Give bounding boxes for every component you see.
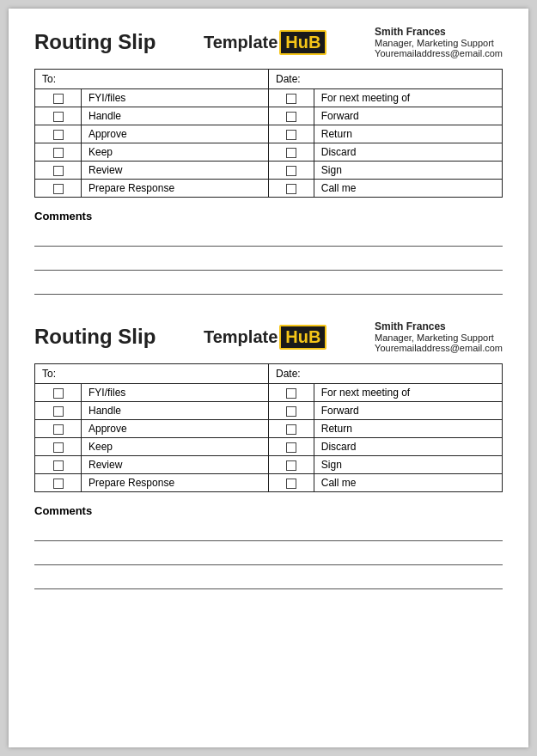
checkbox-cell[interactable] xyxy=(35,89,82,107)
checkbox-icon[interactable] xyxy=(53,442,64,453)
right-item-label: For next meeting of xyxy=(314,384,502,402)
left-item-label: Approve xyxy=(82,125,269,143)
right-item-label: Forward xyxy=(314,107,502,125)
date-header-2: Date: xyxy=(268,364,502,384)
left-item-label: Approve xyxy=(82,420,269,438)
table-row: Approve Return xyxy=(35,420,503,438)
table-row: FYI/files For next meeting of xyxy=(35,89,503,107)
left-item-label: Handle xyxy=(82,107,269,125)
checkbox-cell[interactable] xyxy=(35,420,82,438)
checkbox-icon[interactable] xyxy=(53,184,64,194)
table-row: Review Sign xyxy=(35,162,503,180)
checkbox-icon[interactable] xyxy=(286,442,296,453)
checkbox-icon[interactable] xyxy=(286,184,296,194)
contact-name-1: Smith Frances xyxy=(375,26,503,38)
contact-email-1: Youremailaddress@email.com xyxy=(375,48,503,58)
left-item-label: FYI/files xyxy=(82,384,269,402)
checkbox-icon[interactable] xyxy=(53,424,64,435)
table-row: Keep Discard xyxy=(35,143,503,162)
right-item-label: Forward xyxy=(314,402,502,420)
checkbox-cell[interactable] xyxy=(268,456,314,474)
checkbox-cell[interactable] xyxy=(268,180,314,198)
left-item-label: Prepare Response xyxy=(82,474,269,492)
checkbox-cell[interactable] xyxy=(35,125,82,143)
checkbox-cell[interactable] xyxy=(268,420,314,438)
right-item-label: For next meeting of xyxy=(314,89,502,107)
checkbox-icon[interactable] xyxy=(53,112,64,122)
logo-hub-1: HuB xyxy=(279,30,326,55)
checkbox-cell[interactable] xyxy=(268,143,314,162)
left-item-label: Review xyxy=(82,456,269,474)
checkbox-icon[interactable] xyxy=(286,94,296,104)
routing-table-2: To: Date: FYI/files For next meeting of … xyxy=(34,363,503,492)
comment-line[interactable] xyxy=(34,252,503,271)
checkbox-cell[interactable] xyxy=(35,456,82,474)
comments-section-1: Comments xyxy=(34,210,503,295)
contact-name-2: Smith Frances xyxy=(375,320,503,332)
comment-line[interactable] xyxy=(34,570,503,589)
logo-template-2: Template xyxy=(204,327,278,347)
checkbox-icon[interactable] xyxy=(286,424,296,435)
comment-line[interactable] xyxy=(34,228,503,247)
contact-email-2: Youremailaddress@email.com xyxy=(375,343,503,353)
right-item-label: Call me xyxy=(314,474,502,492)
table-row: Prepare Response Call me xyxy=(35,180,503,198)
checkbox-icon[interactable] xyxy=(286,460,296,471)
routing-slip-title-1: Routing Slip xyxy=(34,30,156,54)
table-row: Handle Forward xyxy=(35,107,503,125)
logo-area-1: TemplateHuB xyxy=(204,30,326,55)
checkbox-icon[interactable] xyxy=(53,148,64,158)
comment-line[interactable] xyxy=(34,546,503,565)
checkbox-cell[interactable] xyxy=(35,143,82,162)
checkbox-icon[interactable] xyxy=(53,388,64,399)
routing-slip-title-2: Routing Slip xyxy=(34,325,156,349)
contact-info-2: Smith Frances Manager, Marketing Support… xyxy=(375,320,503,353)
left-item-label: Keep xyxy=(82,143,269,162)
routing-slip-section-1: Routing Slip TemplateHuB Smith Frances M… xyxy=(34,26,503,295)
checkbox-icon[interactable] xyxy=(286,130,296,140)
to-header-1: To: xyxy=(35,70,269,89)
checkbox-cell[interactable] xyxy=(35,162,82,180)
checkbox-cell[interactable] xyxy=(35,384,82,402)
checkbox-icon[interactable] xyxy=(53,94,64,104)
checkbox-cell[interactable] xyxy=(35,402,82,420)
checkbox-cell[interactable] xyxy=(268,125,314,143)
checkbox-cell[interactable] xyxy=(268,162,314,180)
checkbox-icon[interactable] xyxy=(286,166,296,176)
routing-slip-section-2: Routing Slip TemplateHuB Smith Frances M… xyxy=(34,320,503,589)
checkbox-cell[interactable] xyxy=(35,438,82,456)
checkbox-icon[interactable] xyxy=(53,479,64,489)
checkbox-icon[interactable] xyxy=(286,479,296,489)
comment-line[interactable] xyxy=(34,522,503,541)
checkbox-icon[interactable] xyxy=(53,460,64,471)
checkbox-icon[interactable] xyxy=(286,112,296,122)
checkbox-cell[interactable] xyxy=(268,474,314,492)
right-item-label: Discard xyxy=(314,438,502,456)
right-item-label: Call me xyxy=(314,180,502,198)
table-row: Keep Discard xyxy=(35,438,503,456)
right-item-label: Sign xyxy=(314,456,502,474)
table-row: Approve Return xyxy=(35,125,503,143)
checkbox-cell[interactable] xyxy=(268,107,314,125)
checkbox-cell[interactable] xyxy=(35,107,82,125)
checkbox-icon[interactable] xyxy=(286,388,296,399)
checkbox-icon[interactable] xyxy=(53,406,64,417)
section-header-1: Routing Slip TemplateHuB Smith Frances M… xyxy=(34,26,503,58)
logo-area-2: TemplateHuB xyxy=(204,325,326,350)
to-header-2: To: xyxy=(35,364,269,384)
checkbox-cell[interactable] xyxy=(268,89,314,107)
comment-line[interactable] xyxy=(34,276,503,295)
right-item-label: Sign xyxy=(314,162,502,180)
checkbox-cell[interactable] xyxy=(268,402,314,420)
checkbox-icon[interactable] xyxy=(53,130,64,140)
section-header-2: Routing Slip TemplateHuB Smith Frances M… xyxy=(34,320,503,353)
checkbox-cell[interactable] xyxy=(35,180,82,198)
checkbox-cell[interactable] xyxy=(268,384,314,402)
contact-title-1: Manager, Marketing Support xyxy=(375,38,503,48)
checkbox-icon[interactable] xyxy=(286,406,296,417)
checkbox-cell[interactable] xyxy=(35,474,82,492)
table-row: FYI/files For next meeting of xyxy=(35,384,503,402)
checkbox-icon[interactable] xyxy=(286,148,296,158)
checkbox-icon[interactable] xyxy=(53,166,64,176)
checkbox-cell[interactable] xyxy=(268,438,314,456)
